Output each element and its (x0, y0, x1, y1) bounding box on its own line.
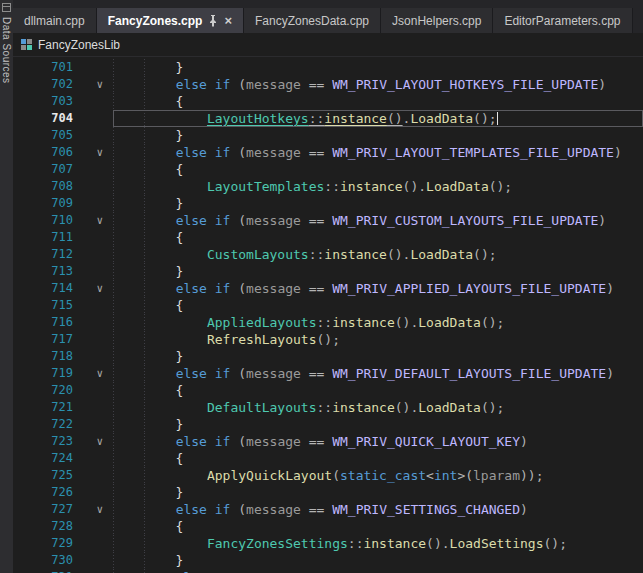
line-number: 730 (13, 552, 73, 569)
fold-margin (73, 416, 113, 433)
code-token: message (246, 366, 301, 381)
fold-chevron-icon[interactable]: ∨ (73, 144, 113, 161)
tab-fancyzones-cpp[interactable]: FancyZones.cpp× (97, 8, 244, 33)
fold-chevron-icon[interactable]: ∨ (73, 365, 113, 382)
fold-chevron-icon[interactable]: ∨ (73, 569, 113, 573)
fold-chevron-icon[interactable]: ∨ (73, 212, 113, 229)
code-token: FancyZonesSettings (207, 536, 348, 551)
code-token: ( (230, 366, 246, 381)
code-line[interactable]: { (113, 518, 643, 535)
code-line[interactable]: else if (message == WM_PRIV_LAYOUT_TEMPL… (113, 144, 643, 161)
code-line[interactable]: RefreshLayouts(); (113, 331, 643, 348)
code-token: ) (598, 77, 606, 92)
code-line[interactable]: else if (message == WM_PRIV_DEFAULT_LAYO… (113, 365, 643, 382)
pin-icon[interactable] (208, 15, 218, 27)
editor-row: 714∨ else if (message == WM_PRIV_APPLIED… (13, 280, 643, 297)
editor-row: 726 } (13, 484, 643, 501)
code-token: WM_PRIV_SETTINGS_CHANGED (332, 502, 520, 517)
tab-jsonhelpers-cpp[interactable]: JsonHelpers.cpp (381, 8, 493, 33)
editor-row: 724 { (13, 450, 643, 467)
code-line[interactable]: } (113, 348, 643, 365)
code-token: (); (489, 179, 512, 194)
code-token: if (215, 502, 231, 517)
code-line[interactable]: LayoutTemplates::instance().LoadData(); (113, 178, 643, 195)
editor-row: 721 DefaultLayouts::instance().LoadData(… (13, 399, 643, 416)
code-line[interactable]: FancyZonesSettings::instance().LoadSetti… (113, 535, 643, 552)
code-line[interactable]: { (113, 450, 643, 467)
code-token: ( (332, 468, 340, 483)
navigation-bar[interactable]: FancyZonesLib (13, 33, 643, 57)
code-line[interactable]: DefaultLayouts::instance().LoadData(); (113, 399, 643, 416)
code-line[interactable]: else if (message == WM_PRIV_LAYOUT_HOTKE… (113, 76, 643, 93)
sidebar-tab-data-sources[interactable]: Data Sources (0, 0, 13, 573)
code-line[interactable]: { (113, 297, 643, 314)
code-token: instance (340, 179, 403, 194)
code-token: int (434, 468, 457, 483)
code-token: >( (457, 468, 473, 483)
code-line[interactable]: else if (message == WM_PRIV_SETTINGS_CHA… (113, 501, 643, 518)
line-number: 725 (13, 467, 73, 484)
editor-row: 731∨ else (13, 569, 643, 573)
fold-margin (73, 229, 113, 246)
code-line[interactable]: { (113, 229, 643, 246)
fold-margin (73, 93, 113, 110)
code-line[interactable]: } (113, 416, 643, 433)
code-token: CustomLayouts (207, 247, 309, 262)
code-line[interactable]: else (113, 569, 643, 573)
code-line[interactable]: AppliedLayouts::instance().LoadData(); (113, 314, 643, 331)
code-token: ) (598, 213, 606, 228)
code-token (113, 332, 207, 347)
fold-chevron-icon[interactable]: ∨ (73, 76, 113, 93)
code-line[interactable]: } (113, 552, 643, 569)
code-token: { (113, 94, 183, 109)
code-token: LoadData (426, 179, 489, 194)
tab-label: JsonHelpers.cpp (392, 14, 481, 28)
fold-chevron-icon[interactable]: ∨ (73, 501, 113, 518)
code-line[interactable]: } (113, 263, 643, 280)
fold-chevron-icon[interactable]: ∨ (73, 433, 113, 450)
code-line[interactable]: } (113, 484, 643, 501)
editor-row: 713 } (13, 263, 643, 280)
code-line[interactable]: CustomLayouts::instance().LoadData(); (113, 246, 643, 263)
tab-editorparameters-cpp[interactable]: EditorParameters.cpp (493, 8, 632, 33)
editor-row: 722 } (13, 416, 643, 433)
code-line[interactable]: { (113, 93, 643, 110)
code-token: (); (473, 247, 496, 262)
line-number: 704 (13, 110, 73, 127)
code-line[interactable]: ApplyQuickLayout(static_cast<int>(lparam… (113, 467, 643, 484)
tab-fancyzonesdata-cpp[interactable]: FancyZonesData.cpp (244, 8, 381, 33)
tab-dllmain-cpp[interactable]: dllmain.cpp (13, 8, 97, 33)
code-token (113, 315, 207, 330)
line-number: 727 (13, 501, 73, 518)
code-token: RefreshLayouts (207, 332, 317, 347)
code-token: LoadData (418, 315, 481, 330)
line-number: 703 (13, 93, 73, 110)
editor-row: 707 { (13, 161, 643, 178)
code-line[interactable]: else if (message == WM_PRIV_APPLIED_LAYO… (113, 280, 643, 297)
code-token (207, 434, 215, 449)
ide-window: Data Sources dllmain.cppFancyZones.cpp×F… (0, 0, 643, 573)
fold-chevron-icon[interactable]: ∨ (73, 280, 113, 297)
editor-row: 717 RefreshLayouts(); (13, 331, 643, 348)
line-number: 724 (13, 450, 73, 467)
code-line[interactable]: } (113, 195, 643, 212)
code-token: LayoutTemplates (207, 179, 324, 194)
code-token: { (113, 451, 183, 466)
code-token: () (387, 111, 403, 126)
code-line[interactable]: } (113, 127, 643, 144)
code-line[interactable]: } (113, 59, 643, 76)
code-line[interactable]: else if (message == WM_PRIV_QUICK_LAYOUT… (113, 433, 643, 450)
code-token: { (113, 519, 183, 534)
code-token: instance (363, 536, 426, 551)
code-line[interactable]: { (113, 161, 643, 178)
line-number: 712 (13, 246, 73, 263)
code-token (207, 77, 215, 92)
close-icon[interactable]: × (224, 14, 232, 27)
code-line[interactable]: else if (message == WM_PRIV_CUSTOM_LAYOU… (113, 212, 643, 229)
code-token: if (215, 434, 231, 449)
code-token: == (301, 77, 332, 92)
code-line[interactable]: { (113, 382, 643, 399)
code-token: (). (395, 400, 418, 415)
code-line[interactable]: LayoutHotkeys::instance().LoadData(); (113, 110, 643, 127)
code-area: 701 }702∨ else if (message == WM_PRIV_LA… (13, 57, 643, 573)
